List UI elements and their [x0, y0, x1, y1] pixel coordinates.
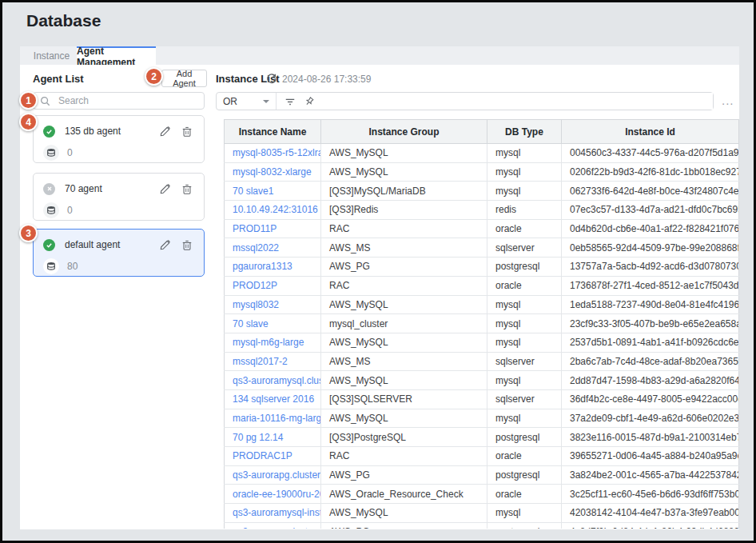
edit-agent-icon[interactable] [159, 238, 172, 251]
instance-name-link[interactable]: mysql8032 [225, 295, 321, 314]
agent-name: default agent [65, 239, 149, 250]
instance-filter-bar[interactable]: OR [216, 92, 714, 110]
agent-card[interactable]: 70 agent 0 [33, 173, 205, 221]
instance-name-link[interactable]: oracle-ee-19000ru-202004... [225, 485, 321, 504]
instance-name-link[interactable]: 10.10.49.242:31016 [225, 201, 321, 220]
table-row: maria-10116-mg-largeAWS_MySQLmysql37a2de… [225, 409, 739, 428]
instance-name-link[interactable]: mssql2022 [225, 238, 321, 258]
instance-group-cell: AWS_PG [321, 522, 487, 529]
instance-group-cell: AWS_PG [321, 465, 487, 485]
add-agent-button[interactable]: Add Agent [161, 70, 207, 87]
table-row: mysql-8032-xlargeAWS_MySQLmysql0206f22b-… [225, 162, 739, 182]
annotation-badge-3: 3 [19, 224, 38, 242]
edit-agent-icon[interactable] [159, 182, 172, 195]
instance-name-link[interactable]: PRODRAC1P [225, 447, 321, 466]
instance-group-cell: RAC [321, 276, 487, 295]
instance-id-cell: 2537d5b1-0891-4ab1-a41f-b0926cdc6ece [562, 333, 739, 352]
db-type-cell: sqlserver [487, 352, 562, 371]
instance-name-link[interactable]: mysql-m6g-large [225, 333, 321, 352]
db-type-cell: mysql [487, 409, 562, 428]
tab-bar: Instance Agent Management [20, 46, 739, 65]
instance-group-cell: AWS_Oracle_Resource_Check [321, 485, 487, 504]
db-type-cell: mysql [487, 295, 562, 314]
instance-id-cell: 39655271-0d06-4a45-a884-b240a95a9e48 [562, 447, 739, 466]
instance-id-cell: 3823e116-0015-487d-b9a1-2100314eb7f9 [562, 428, 739, 447]
db-type-cell: mysql [487, 314, 562, 333]
instance-id-cell: 37a2de09-cbf1-4e49-a62d-606e0202e3d2 [562, 409, 739, 428]
operator-select[interactable]: OR [217, 93, 276, 110]
instance-id-cell: 0d4b620d-cb6e-40a1-af22-f828421f076a [562, 219, 739, 238]
instance-name-link[interactable]: 70 slave1 [225, 182, 321, 201]
instance-name-link[interactable]: qs3-aurorapg-instance-1 [225, 522, 321, 529]
filter-icon[interactable] [284, 96, 296, 107]
agent-instance-count: 80 [67, 261, 78, 272]
db-type-cell: redis [487, 201, 562, 220]
instance-name-link[interactable]: mysql-8035-r5-12xlrage [225, 144, 321, 163]
instance-group-cell: [QS3]SQLSERVER [321, 389, 487, 409]
pin-icon[interactable] [304, 96, 315, 107]
instance-name-link[interactable]: maria-10116-mg-large [225, 409, 321, 428]
more-options-button[interactable]: ... [722, 94, 734, 107]
refresh-icon[interactable] [266, 73, 277, 84]
chevron-down-icon [263, 100, 269, 103]
table-row: mysql-8035-r5-12xlrageAWS_MySQLmysql0045… [225, 144, 739, 163]
annotation-badge-2: 2 [145, 67, 163, 86]
db-type-cell: mysql [487, 504, 562, 523]
delete-agent-icon[interactable] [181, 238, 194, 251]
table-row: pgaurora1313AWS_PGpostgresql13757a7a-5ac… [225, 258, 739, 277]
database-icon [43, 258, 59, 274]
instance-id-cell: 36df4b2c-ce8e-4497-8005-e9422acc00cd [562, 389, 739, 409]
instance-name-link[interactable]: qs3-auroramysql.cluster-r... [225, 371, 321, 390]
instance-name-link[interactable]: PROD11P [225, 219, 321, 238]
instance-id-cell: 0eb58565-92d4-4509-97be-99e208868fcc [562, 238, 739, 258]
instance-id-cell: 2ba6c7ab-7c4d-48ce-adaf-8b20ea73650b [562, 352, 739, 371]
db-type-cell: mysql [487, 371, 562, 390]
tab-instance[interactable]: Instance [26, 46, 77, 65]
edit-agent-icon[interactable] [159, 125, 172, 138]
agent-status-icon [43, 183, 55, 195]
db-type-cell: oracle [487, 276, 562, 295]
instance-id-cell: 42038142-4104-4e47-b37a-3fe97eab00cd [562, 504, 739, 523]
db-type-cell: sqlserver [487, 238, 562, 258]
instance-name-link[interactable]: qs3-auroramysql-instance-1 [225, 504, 321, 523]
instance-name-link[interactable]: mysql-8032-xlarge [225, 162, 321, 182]
instance-name-link[interactable]: 134 sqlserver 2016 [225, 389, 321, 409]
agent-search-box[interactable] [33, 92, 205, 110]
instance-id-cell: 23cf9c33-3f05-407b-be9b-e65e2ea658a6 [562, 314, 739, 333]
instance-name-link[interactable]: qs3-aurorapg.cluster-ro-ci... [225, 465, 321, 485]
instance-group-cell: AWS_MySQL [321, 162, 487, 182]
operator-value: OR [223, 96, 263, 107]
agent-search-input[interactable] [57, 94, 197, 107]
instance-filter-input[interactable] [321, 93, 713, 110]
instance-id-cell: 3a824be2-001c-4565-a7ba-442253784272 [562, 465, 739, 485]
instance-name-link[interactable]: 70 pg 12.14 [225, 428, 321, 447]
instance-name-link[interactable]: pgaurora1313 [225, 258, 321, 277]
agent-card[interactable]: 135 db agent 0 [33, 115, 205, 163]
delete-agent-icon[interactable] [181, 125, 194, 138]
col-db-type: DB Type [487, 120, 562, 144]
table-row: qs3-auroramysql.cluster-r...AWS_MySQLmys… [225, 371, 739, 390]
instance-id-cell: 0206f22b-b9d3-42f6-81dc-1bb018ec9270 [562, 162, 739, 182]
table-row: qs3-auroramysql-instance-1AWS_MySQLmysql… [225, 504, 739, 523]
db-type-cell: postgresql [487, 428, 562, 447]
instance-name-link[interactable]: PROD12P [225, 276, 321, 295]
instance-group-cell: AWS_MS [321, 238, 487, 258]
instance-group-cell: AWS_MySQL [321, 504, 487, 523]
instance-group-cell: AWS_MySQL [321, 409, 487, 428]
db-type-cell: postgresql [487, 522, 562, 529]
agent-name: 70 agent [65, 183, 149, 194]
delete-agent-icon[interactable] [181, 182, 194, 195]
tab-agent-management[interactable]: Agent Management [77, 46, 156, 65]
instance-id-cell: 1eda5188-7237-490d-8e04-81e4fc41961c [562, 295, 739, 314]
instance-name-link[interactable]: 70 slave [225, 314, 321, 333]
annotation-badge-1: 1 [19, 91, 38, 110]
database-icon [43, 145, 59, 161]
table-row: mssql2022AWS_MSsqlserver0eb58565-92d4-45… [225, 238, 739, 258]
agent-card[interactable]: default agent 80 [33, 229, 205, 277]
instance-id-cell: 07ec3c57-d133-4d7a-ad21-dfd0c7bc695c [562, 201, 739, 220]
table-row: PROD11PRACoracle0d4b620d-cb6e-40a1-af22-… [225, 219, 739, 238]
instance-id-cell: 004560c3-4337-44c5-976a-d207f5d1a96b [562, 144, 739, 163]
instance-name-link[interactable]: mssql2017-2 [225, 352, 321, 371]
instance-group-cell: RAC [321, 219, 487, 238]
table-row: oracle-ee-19000ru-202004...AWS_Oracle_Re… [225, 485, 739, 504]
